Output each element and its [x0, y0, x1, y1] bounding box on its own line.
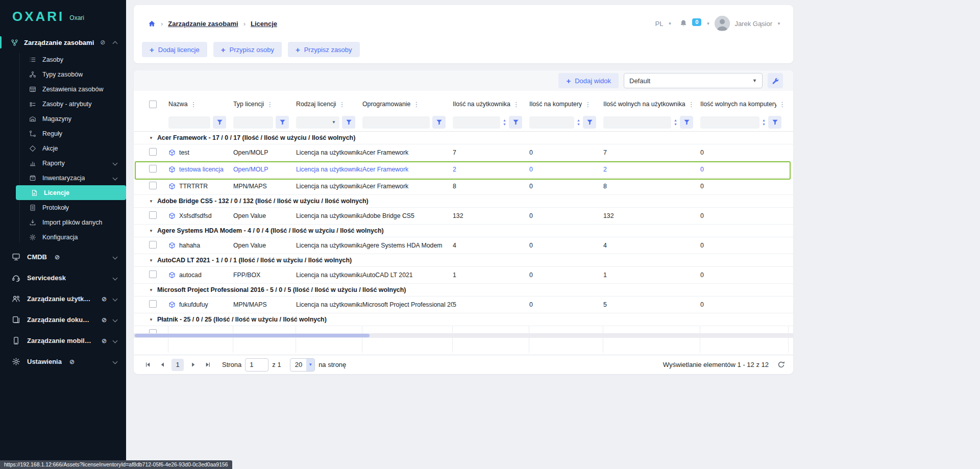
table-row-test[interactable]: testOpen/MOLPLicencja na użytkownikaAcer…: [134, 144, 793, 161]
user-avatar[interactable]: [715, 16, 730, 31]
sidebar-item-zestawienia-zasobow[interactable]: Zestawienia zasobów: [0, 82, 126, 96]
notifications-bell-icon[interactable]: [679, 19, 688, 28]
table-row-ttrtrtr[interactable]: TTRTRTRMPN/MAPSLicencja na użytkownikaAc…: [134, 178, 793, 195]
horizontal-scrollbar-thumb[interactable]: [135, 334, 370, 337]
row-checkbox[interactable]: [149, 241, 157, 249]
collapse-group-icon[interactable]: ▼: [149, 136, 153, 140]
column-menu-icon[interactable]: ⋮: [339, 101, 346, 108]
collapse-group-icon[interactable]: ▼: [149, 288, 153, 292]
filter-input-oprogramowanie[interactable]: [362, 116, 430, 129]
sidebar-item-zarza-dzanie-zasobami[interactable]: Zarządzanie zasobami⊘: [0, 35, 126, 50]
group-row-agere-systems-hda-modem[interactable]: ▼Agere Systems HDA Modem - 4 / 0 / 4 (Il…: [134, 225, 793, 237]
row-checkbox[interactable]: [149, 182, 157, 189]
group-row-autocad-lt-2021[interactable]: ▼AutoCAD LT 2021 - 1 / 0 / 1 (Ilość / Il…: [134, 254, 793, 267]
row-checkbox[interactable]: [149, 165, 157, 172]
sidebar-item-zarza-dzanie-uzytkownikami[interactable]: Zarządzanie użytkownikami⊘: [0, 288, 126, 309]
sidebar-item-licencje[interactable]: Licencje: [16, 185, 126, 200]
filter-input-ilosc-na-uzytkownika[interactable]: [453, 116, 500, 129]
table-row-fukufdufuy[interactable]: fukufdufuyMPN/MAPSLicencja na użytkownik…: [134, 297, 793, 313]
filter-stepper[interactable]: ▲▼: [762, 118, 766, 126]
sidebar-item-import-plikow-danych[interactable]: Import plików danych: [0, 215, 126, 230]
filter-funnel-button[interactable]: [213, 116, 226, 129]
sidebar-item-inwentaryzacja[interactable]: Inwentaryzacja: [0, 170, 126, 185]
breadcrumb-link-licenses[interactable]: Licencje: [251, 20, 277, 28]
collapse-group-icon[interactable]: ▼: [149, 199, 153, 204]
filter-input-typ-licencji[interactable]: [233, 116, 273, 129]
filter-input-ilosc-wolnych-na-uzytkownika[interactable]: [603, 116, 671, 129]
filter-funnel-button[interactable]: [583, 116, 596, 129]
column-menu-icon[interactable]: ⋮: [513, 101, 520, 108]
sidebar-item-protoko-y[interactable]: Protokoły: [0, 200, 126, 215]
last-page-button[interactable]: [202, 359, 213, 371]
language-select[interactable]: PL: [655, 20, 664, 28]
page-input[interactable]: [245, 358, 268, 372]
table-settings-button[interactable]: [768, 73, 783, 88]
user-menu[interactable]: Jarek Gąsior: [734, 20, 772, 28]
dodaj-licencje-button[interactable]: +Dodaj licencje: [142, 42, 207, 57]
filter-input-ilosc-na-komputery[interactable]: [529, 116, 574, 129]
page-number-button[interactable]: 1: [172, 359, 184, 371]
sidebar-item-konfiguracja[interactable]: Konfiguracja: [0, 230, 126, 244]
filter-funnel-button[interactable]: [680, 116, 693, 129]
column-menu-icon[interactable]: ⋮: [266, 101, 273, 108]
filter-funnel-button[interactable]: [432, 116, 446, 129]
filter-input-ilosc-wolnych-na-komputery[interactable]: [700, 116, 760, 129]
table-row-hahaha[interactable]: hahahaOpen ValueLicencja na użytkownikaA…: [134, 237, 793, 254]
sidebar-item-zarza-dzanie-dokumentami[interactable]: Zarządzanie dokumentami⊘: [0, 309, 126, 330]
page-size-select[interactable]: 20 ▼: [290, 358, 315, 372]
column-header-nazwa[interactable]: Nazwa⋮: [168, 101, 233, 108]
select-all-checkbox[interactable]: [149, 101, 157, 108]
table-row-autocad[interactable]: autocadFPP/BOXLicencja na użytkownikaAut…: [134, 267, 793, 284]
filter-funnel-button[interactable]: [276, 116, 289, 129]
sidebar-item-cmdb[interactable]: CMDB⊘: [0, 246, 126, 267]
group-row-microsoft-project-professional-2016[interactable]: ▼Microsoft Project Professional 2016 - 5…: [134, 284, 793, 297]
home-icon[interactable]: [148, 20, 156, 28]
notification-count-badge[interactable]: 0: [692, 18, 701, 26]
filter-funnel-button[interactable]: [509, 116, 522, 129]
refresh-button[interactable]: [777, 361, 785, 368]
column-header-ilosc-wolnych-na-uzytkownika[interactable]: Ilość wolnych na użytkownika⋮: [603, 101, 700, 108]
collapse-group-icon[interactable]: ▼: [149, 317, 153, 322]
row-checkbox[interactable]: [149, 148, 157, 156]
sidebar-item-zasoby[interactable]: Zasoby: [0, 52, 126, 67]
prev-page-button[interactable]: [157, 359, 168, 371]
sidebar-item-ustawienia[interactable]: Ustawienia⊘: [0, 351, 126, 372]
filter-stepper[interactable]: ▲▼: [674, 118, 677, 126]
group-row-adobe-bridge-cs5[interactable]: ▼Adobe Bridge CS5 - 132 / 0 / 132 (Ilość…: [134, 195, 793, 208]
column-menu-icon[interactable]: ⋮: [190, 101, 197, 108]
column-header-ilosc-wolnych-na-komputery[interactable]: Ilość wolnych na komputery⋮: [700, 101, 789, 108]
row-checkbox[interactable]: [149, 211, 157, 219]
breadcrumb-link-assets[interactable]: Zarządzanie zasobami: [168, 20, 238, 28]
column-header-ilosc-na-uzytkownika[interactable]: Ilość na użytkownika⋮: [453, 101, 529, 108]
table-row-partial[interactable]: [134, 326, 793, 333]
table-row-testowa-licencja[interactable]: testowa licencjaOpen/MOLPLicencja na uży…: [134, 161, 793, 178]
column-header-oprogramowanie[interactable]: Oprogramowanie⋮: [362, 101, 453, 108]
filter-input-rodzaj-licencji[interactable]: ▼: [296, 116, 339, 129]
filter-funnel-button[interactable]: [342, 116, 355, 129]
row-checkbox[interactable]: [149, 329, 157, 333]
sidebar-item-zasoby-atrybuty[interactable]: Zasoby - atrybuty: [0, 96, 126, 111]
first-page-button[interactable]: [142, 359, 153, 371]
przypisz-zasoby-button[interactable]: +Przypisz zasoby: [288, 42, 360, 57]
filter-stepper[interactable]: ▲▼: [503, 118, 506, 126]
column-header-typ-licencji[interactable]: Typ licencji⋮: [233, 101, 296, 108]
sidebar-item-akcje[interactable]: Akcje: [0, 141, 126, 156]
group-row-acer-framework[interactable]: ▼Acer Framework - 17 / 0 / 17 (Ilość / I…: [134, 132, 793, 144]
sidebar-item-magazyny[interactable]: Magazyny: [0, 111, 126, 126]
column-header-ilosc-na-komputery[interactable]: Ilość na komputery⋮: [529, 101, 603, 108]
filter-input-nazwa[interactable]: [168, 116, 210, 129]
przypisz-osoby-button[interactable]: +Przypisz osoby: [213, 42, 282, 57]
filter-funnel-button[interactable]: [768, 116, 781, 129]
column-menu-icon[interactable]: ⋮: [584, 101, 591, 108]
sidebar-item-regu-y[interactable]: Reguły: [0, 126, 126, 141]
collapse-group-icon[interactable]: ▼: [149, 258, 153, 263]
sidebar-item-typy-zasobow[interactable]: Typy zasobów: [0, 67, 126, 82]
add-view-button[interactable]: + Dodaj widok: [558, 73, 619, 88]
collapse-group-icon[interactable]: ▼: [149, 229, 153, 233]
sidebar-item-raporty[interactable]: Raporty: [0, 156, 126, 170]
column-menu-icon[interactable]: ⋮: [413, 101, 420, 108]
view-select[interactable]: Default ▼: [624, 73, 763, 88]
row-checkbox[interactable]: [149, 300, 157, 308]
filter-stepper[interactable]: ▲▼: [577, 118, 580, 126]
column-header-rodzaj-licencji[interactable]: Rodzaj licencji⋮: [296, 101, 362, 108]
